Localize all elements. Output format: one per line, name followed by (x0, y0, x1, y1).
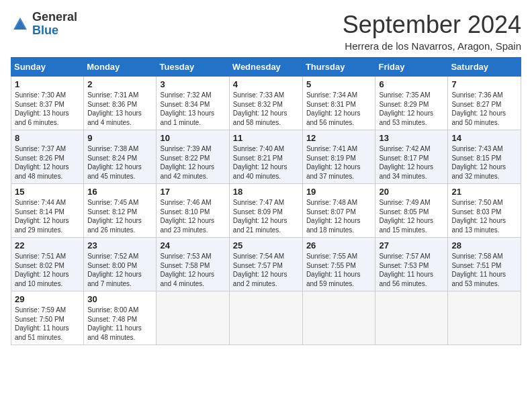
logo: General Blue (11, 11, 77, 38)
calendar-cell: 9Sunrise: 7:38 AMSunset: 8:24 PMDaylight… (84, 130, 157, 184)
day-number: 17 (160, 187, 225, 197)
calendar-week-row: 8Sunrise: 7:37 AMSunset: 8:26 PMDaylight… (11, 130, 521, 184)
calendar-cell: 6Sunrise: 7:35 AMSunset: 8:29 PMDaylight… (375, 77, 448, 130)
day-info: Sunrise: 7:32 AMSunset: 8:34 PMDaylight:… (160, 91, 225, 127)
day-info: Sunrise: 7:47 AMSunset: 8:09 PMDaylight:… (233, 198, 299, 234)
calendar-cell: 21Sunrise: 7:50 AMSunset: 8:03 PMDayligh… (448, 184, 521, 238)
day-number: 21 (451, 187, 517, 197)
calendar-day-header: Wednesday (229, 58, 302, 77)
day-info: Sunrise: 7:50 AMSunset: 8:03 PMDaylight:… (451, 198, 517, 234)
day-info: Sunrise: 7:41 AMSunset: 8:19 PMDaylight:… (306, 144, 372, 181)
calendar-cell: 29Sunrise: 7:59 AMSunset: 7:50 PMDayligh… (11, 291, 84, 345)
calendar-week-row: 15Sunrise: 7:44 AMSunset: 8:14 PMDayligh… (11, 184, 521, 238)
calendar-cell: 16Sunrise: 7:45 AMSunset: 8:12 PMDayligh… (84, 184, 157, 238)
calendar-cell: 11Sunrise: 7:40 AMSunset: 8:21 PMDayligh… (229, 130, 302, 184)
day-number: 29 (15, 294, 80, 304)
day-number: 4 (233, 79, 299, 89)
calendar-day-header: Monday (84, 58, 157, 77)
calendar-cell (302, 291, 375, 345)
calendar-cell: 19Sunrise: 7:48 AMSunset: 8:07 PMDayligh… (302, 184, 375, 238)
logo-general: General (32, 10, 77, 24)
calendar-day-header: Friday (375, 58, 448, 77)
calendar-cell: 23Sunrise: 7:52 AMSunset: 8:00 PMDayligh… (84, 238, 157, 291)
calendar-cell (157, 291, 229, 345)
calendar-cell: 25Sunrise: 7:54 AMSunset: 7:57 PMDayligh… (229, 238, 302, 291)
calendar-day-header: Tuesday (157, 58, 229, 77)
logo-blue: Blue (32, 24, 58, 37)
day-number: 25 (233, 240, 299, 250)
day-info: Sunrise: 7:36 AMSunset: 8:27 PMDaylight:… (451, 91, 517, 127)
day-number: 23 (87, 240, 152, 250)
day-info: Sunrise: 8:00 AMSunset: 7:48 PMDaylight:… (87, 306, 152, 342)
calendar-cell: 18Sunrise: 7:47 AMSunset: 8:09 PMDayligh… (229, 184, 302, 238)
calendar-week-row: 29Sunrise: 7:59 AMSunset: 7:50 PMDayligh… (11, 291, 521, 345)
day-info: Sunrise: 7:33 AMSunset: 8:32 PMDaylight:… (233, 91, 299, 127)
calendar-cell: 30Sunrise: 8:00 AMSunset: 7:48 PMDayligh… (84, 291, 157, 345)
day-info: Sunrise: 7:40 AMSunset: 8:21 PMDaylight:… (233, 144, 299, 181)
calendar-table: SundayMondayTuesdayWednesdayThursdayFrid… (11, 57, 521, 345)
page-header: General Blue September 2024 Herrera de l… (11, 11, 521, 52)
day-number: 30 (87, 294, 152, 304)
day-info: Sunrise: 7:37 AMSunset: 8:26 PMDaylight:… (15, 144, 80, 181)
day-number: 20 (379, 187, 444, 197)
day-number: 15 (15, 187, 80, 197)
day-info: Sunrise: 7:38 AMSunset: 8:24 PMDaylight:… (87, 144, 152, 181)
calendar-cell: 10Sunrise: 7:39 AMSunset: 8:22 PMDayligh… (157, 130, 229, 184)
day-number: 22 (15, 240, 80, 250)
calendar-cell: 7Sunrise: 7:36 AMSunset: 8:27 PMDaylight… (448, 77, 521, 130)
day-info: Sunrise: 7:58 AMSunset: 7:51 PMDaylight:… (451, 252, 517, 288)
day-number: 10 (160, 133, 225, 143)
calendar-cell: 27Sunrise: 7:57 AMSunset: 7:53 PMDayligh… (375, 238, 448, 291)
calendar-cell: 13Sunrise: 7:42 AMSunset: 8:17 PMDayligh… (375, 130, 448, 184)
day-info: Sunrise: 7:44 AMSunset: 8:14 PMDaylight:… (15, 198, 80, 234)
calendar-cell (229, 291, 302, 345)
day-info: Sunrise: 7:39 AMSunset: 8:22 PMDaylight:… (160, 144, 225, 181)
day-number: 27 (379, 240, 444, 250)
title-block: September 2024 Herrera de los Navarros, … (343, 11, 521, 52)
calendar-cell: 22Sunrise: 7:51 AMSunset: 8:02 PMDayligh… (11, 238, 84, 291)
calendar-day-header: Saturday (448, 58, 521, 77)
day-number: 5 (306, 79, 372, 89)
day-number: 16 (87, 187, 152, 197)
day-number: 14 (451, 133, 517, 143)
day-info: Sunrise: 7:57 AMSunset: 7:53 PMDaylight:… (379, 252, 444, 288)
calendar-cell: 12Sunrise: 7:41 AMSunset: 8:19 PMDayligh… (302, 130, 375, 184)
calendar-header-row: SundayMondayTuesdayWednesdayThursdayFrid… (11, 58, 521, 77)
calendar-cell: 28Sunrise: 7:58 AMSunset: 7:51 PMDayligh… (448, 238, 521, 291)
day-number: 19 (306, 187, 372, 197)
day-info: Sunrise: 7:34 AMSunset: 8:31 PMDaylight:… (306, 91, 372, 127)
logo-icon (11, 15, 30, 34)
day-number: 24 (160, 240, 225, 250)
day-info: Sunrise: 7:42 AMSunset: 8:17 PMDaylight:… (379, 144, 444, 181)
day-info: Sunrise: 7:48 AMSunset: 8:07 PMDaylight:… (306, 198, 372, 234)
day-info: Sunrise: 7:53 AMSunset: 7:58 PMDaylight:… (160, 252, 225, 288)
calendar-week-row: 1Sunrise: 7:30 AMSunset: 8:37 PMDaylight… (11, 77, 521, 130)
calendar-cell: 15Sunrise: 7:44 AMSunset: 8:14 PMDayligh… (11, 184, 84, 238)
calendar-day-header: Thursday (302, 58, 375, 77)
day-number: 28 (451, 240, 517, 250)
day-number: 26 (306, 240, 372, 250)
calendar-cell (375, 291, 448, 345)
day-number: 13 (379, 133, 444, 143)
calendar-week-row: 22Sunrise: 7:51 AMSunset: 8:02 PMDayligh… (11, 238, 521, 291)
day-number: 7 (451, 79, 517, 89)
location: Herrera de los Navarros, Aragon, Spain (343, 40, 521, 52)
day-info: Sunrise: 7:52 AMSunset: 8:00 PMDaylight:… (87, 252, 152, 288)
day-info: Sunrise: 7:31 AMSunset: 8:36 PMDaylight:… (87, 91, 152, 127)
day-number: 3 (160, 79, 225, 89)
day-info: Sunrise: 7:55 AMSunset: 7:55 PMDaylight:… (306, 252, 372, 288)
day-number: 6 (379, 79, 444, 89)
day-info: Sunrise: 7:49 AMSunset: 8:05 PMDaylight:… (379, 198, 444, 234)
day-info: Sunrise: 7:59 AMSunset: 7:50 PMDaylight:… (15, 306, 80, 342)
calendar-cell: 17Sunrise: 7:46 AMSunset: 8:10 PMDayligh… (157, 184, 229, 238)
calendar-cell: 14Sunrise: 7:43 AMSunset: 8:15 PMDayligh… (448, 130, 521, 184)
calendar-cell: 20Sunrise: 7:49 AMSunset: 8:05 PMDayligh… (375, 184, 448, 238)
day-number: 9 (87, 133, 152, 143)
day-info: Sunrise: 7:35 AMSunset: 8:29 PMDaylight:… (379, 91, 444, 127)
calendar-day-header: Sunday (11, 58, 84, 77)
day-number: 18 (233, 187, 299, 197)
calendar-cell: 8Sunrise: 7:37 AMSunset: 8:26 PMDaylight… (11, 130, 84, 184)
calendar-cell (448, 291, 521, 345)
day-info: Sunrise: 7:43 AMSunset: 8:15 PMDaylight:… (451, 144, 517, 181)
day-number: 12 (306, 133, 372, 143)
